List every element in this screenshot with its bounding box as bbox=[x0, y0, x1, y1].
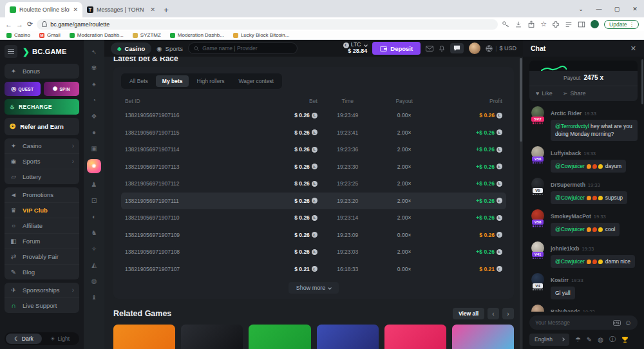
browser-tab-torn[interactable]: T Messages | TORN ✕ bbox=[82, 2, 160, 17]
fiat-currency-selector[interactable]: | $ USD bbox=[486, 45, 516, 52]
quest-button[interactable]: ◎QUEST bbox=[5, 82, 41, 96]
chat-close-icon[interactable]: ✕ bbox=[630, 44, 636, 53]
chat-input-box[interactable]: ☺ bbox=[529, 316, 638, 330]
trophy-icon[interactable] bbox=[621, 336, 629, 343]
sidebar-item-bonus[interactable]: ✦ Bonus bbox=[5, 64, 79, 79]
game-category-icon[interactable]: ✾ bbox=[89, 62, 99, 73]
game-category-icon[interactable]: ◐ bbox=[89, 211, 99, 222]
bet-row[interactable]: 138219056971907108$ 0.26 Ł19:23:032.00×+… bbox=[121, 243, 506, 261]
game-thumbnail[interactable] bbox=[384, 325, 446, 349]
username[interactable]: johnie1kxb bbox=[551, 245, 579, 252]
bet-row[interactable]: 138219056971907110$ 0.26 Ł19:23:142.00×+… bbox=[121, 209, 506, 227]
mention[interactable]: @Cowjuicer bbox=[555, 226, 585, 232]
user-avatar[interactable] bbox=[469, 42, 480, 54]
game-category-icon[interactable]: ● bbox=[89, 127, 99, 137]
bets-tab-my-bets[interactable]: My bets bbox=[156, 75, 189, 87]
share-icon[interactable] bbox=[527, 21, 535, 28]
sidebar-item-forum[interactable]: ◧Forum bbox=[5, 233, 79, 249]
back-button[interactable]: ← bbox=[5, 21, 12, 28]
sidebar-item-casino[interactable]: ✦Casino› bbox=[5, 138, 79, 153]
profile-avatar[interactable] bbox=[591, 20, 599, 28]
deposit-button[interactable]: Deposit bbox=[372, 42, 421, 55]
shared-bet-card[interactable]: Payout 2475 x ♥Like ➣Share bbox=[529, 61, 638, 101]
address-field[interactable]: bc.game/game/roulette bbox=[37, 19, 498, 30]
tab-sports[interactable]: ◉ Sports bbox=[156, 45, 183, 52]
game-thumbnail[interactable] bbox=[452, 325, 514, 349]
tab-close-icon[interactable]: ✕ bbox=[73, 6, 78, 13]
carousel-prev-button[interactable]: ‹ bbox=[488, 308, 499, 319]
sidebar-item-live-support[interactable]: ∩Live Support bbox=[5, 297, 79, 313]
carousel-next-button[interactable]: › bbox=[502, 308, 514, 319]
like-button[interactable]: ♥Like bbox=[536, 90, 553, 97]
game-category-icon[interactable]: ♟ bbox=[89, 179, 99, 189]
username[interactable]: Kostirr bbox=[551, 277, 569, 283]
bet-row[interactable]: 138219056971907111$ 0.26 Ł19:23:202.00×+… bbox=[121, 193, 506, 210]
bet-row[interactable]: 138219056971907107$ 0.21 Ł16:18:330.00×$… bbox=[121, 261, 506, 278]
bookmark-star-icon[interactable]: ☆ bbox=[540, 20, 547, 28]
bets-tab-all-bets[interactable]: All Bets bbox=[123, 75, 155, 87]
bookmark-item[interactable]: Moderation Dashb... bbox=[70, 32, 124, 38]
game-thumbnail[interactable] bbox=[113, 325, 175, 349]
share-button[interactable]: ➣Share bbox=[563, 90, 586, 97]
game-category-icon[interactable]: ▣ bbox=[89, 143, 99, 153]
bookmark-item[interactable]: Casino bbox=[6, 32, 30, 38]
mail-icon[interactable] bbox=[426, 46, 433, 52]
key-icon[interactable] bbox=[502, 21, 509, 28]
game-category-icon[interactable]: ♠ bbox=[89, 79, 99, 89]
rain-icon[interactable]: ☂ bbox=[575, 336, 581, 343]
bet-row[interactable]: 138219056971907116$ 0.26 Ł19:23:490.00×$… bbox=[121, 107, 506, 124]
reading-list-icon[interactable] bbox=[565, 21, 573, 28]
game-thumbnail[interactable] bbox=[181, 325, 243, 349]
bookmark-item[interactable]: Moderation Dashb... bbox=[170, 32, 224, 38]
sidebar-item-sponsorships[interactable]: ✈Sponsorships› bbox=[5, 283, 79, 297]
sidebar-item-vip-club[interactable]: ♛VIP Club bbox=[5, 202, 79, 218]
bet-row[interactable]: 138219056971907112$ 0.26 Ł19:23:252.00×+… bbox=[121, 175, 506, 193]
bookmark-item[interactable]: MGmail bbox=[39, 32, 61, 38]
emoji-icon[interactable]: ☺ bbox=[625, 319, 632, 326]
sidebar-item-promotions[interactable]: ◄Promotions bbox=[5, 187, 79, 202]
bookmark-item[interactable]: Lucky Block Bitcoin... bbox=[233, 32, 290, 38]
show-more-button[interactable]: Show more bbox=[289, 282, 339, 294]
gif-icon[interactable] bbox=[613, 320, 621, 326]
forward-button[interactable]: → bbox=[16, 21, 23, 28]
game-category-icon[interactable]: ✧ bbox=[89, 243, 99, 254]
update-button[interactable]: Update⋮ bbox=[604, 20, 639, 29]
new-tab-button[interactable]: + bbox=[160, 3, 173, 16]
rules-pencil-icon[interactable]: ✎ bbox=[587, 336, 592, 343]
tab-close-icon[interactable]: ✕ bbox=[150, 6, 155, 13]
bcgame-logo[interactable]: ❯BC.GAME bbox=[23, 47, 66, 57]
bet-row[interactable]: 138219056971907114$ 0.26 Ł19:23:362.00×+… bbox=[121, 141, 506, 158]
sidebar-item-sports[interactable]: ◉Sports› bbox=[5, 153, 79, 169]
mention[interactable]: @Terrordvctyl bbox=[555, 123, 589, 129]
bet-row[interactable]: 138219056971907109$ 0.26 Ł19:23:090.00×$… bbox=[121, 227, 506, 244]
download-icon[interactable] bbox=[515, 21, 522, 28]
chat-toggle-icon[interactable] bbox=[450, 43, 464, 53]
theme-light-button[interactable]: ☀Light bbox=[42, 334, 78, 344]
notifications-bell-icon[interactable] bbox=[439, 45, 445, 52]
username[interactable]: DrSupermeth bbox=[551, 182, 585, 188]
bet-row[interactable]: 138219056971907113$ 0.26 Ł19:23:302.00×+… bbox=[121, 158, 506, 176]
game-category-icon[interactable]: ◍ bbox=[89, 276, 99, 286]
spin-button[interactable]: ✺SPIN bbox=[44, 82, 80, 96]
main-scrollbar[interactable] bbox=[520, 58, 522, 349]
language-selector[interactable]: English bbox=[529, 334, 569, 346]
mention[interactable]: @Cowjuicer bbox=[555, 163, 585, 169]
chat-message-input[interactable] bbox=[535, 319, 609, 326]
game-thumbnail[interactable] bbox=[249, 325, 310, 349]
refer-and-earn-button[interactable]: ❂ Refer and Earn bbox=[5, 118, 79, 135]
bet-row[interactable]: 138219056971907115$ 0.26 Ł19:23:412.00×+… bbox=[121, 124, 506, 142]
avatar[interactable] bbox=[531, 305, 544, 312]
game-category-icon[interactable]: ♝ bbox=[89, 292, 99, 302]
tab-casino[interactable]: ♣ Casino bbox=[111, 42, 151, 55]
window-menu-icon[interactable]: ⌄ bbox=[572, 6, 590, 12]
theme-dark-button[interactable]: ☾Dark bbox=[6, 334, 42, 344]
game-category-icon[interactable]: ➴ bbox=[89, 46, 99, 57]
game-category-icon[interactable]: ⚀ bbox=[89, 195, 99, 205]
game-category-icon[interactable]: ♞ bbox=[89, 227, 99, 238]
mention[interactable]: @Cowjuicer bbox=[555, 194, 585, 201]
reload-button[interactable]: ⟳ bbox=[27, 20, 33, 28]
extensions-icon[interactable] bbox=[552, 21, 560, 28]
side-panel-icon[interactable] bbox=[578, 21, 585, 28]
browser-tab-roulette[interactable]: Roulette Online Slot - Play onlin ✕ bbox=[5, 2, 82, 17]
username[interactable]: SmokeyMacPot bbox=[551, 213, 591, 220]
